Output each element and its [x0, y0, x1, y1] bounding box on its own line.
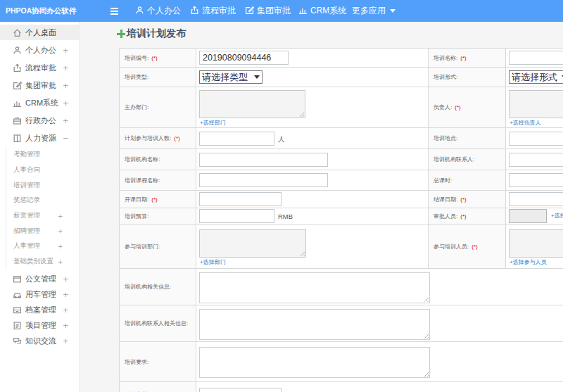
form-row-training-type: 培训类型:请选择类型培训形式:请选择形式 — [120, 68, 563, 87]
chart-icon — [13, 99, 22, 108]
host-department-box[interactable] — [199, 90, 305, 118]
field-label: 培训编号: — [125, 55, 148, 61]
required-marker: (*) — [174, 135, 179, 141]
expand-toggle[interactable]: + — [58, 211, 63, 221]
required-marker: (*) — [151, 196, 157, 203]
expand-toggle[interactable]: − — [63, 133, 68, 144]
form-row-org-info: 培训机构相关信息: — [120, 269, 563, 305]
sidebar-item-knowledge-exchange[interactable]: 知识交流+ — [0, 334, 79, 349]
nav-more-apps[interactable]: 更多应用 — [352, 0, 396, 22]
menu-toggle-icon[interactable] — [110, 8, 118, 16]
field-label: 培训机构联系人: — [434, 156, 474, 163]
sidebar-item-crm-system[interactable]: CRM系统+ — [0, 94, 79, 112]
select-department-link-2[interactable]: +选择部门 — [200, 259, 428, 265]
required-marker: (*) — [472, 244, 477, 250]
approver-box[interactable] — [509, 209, 547, 223]
field-label: 总课时: — [434, 177, 452, 184]
expand-toggle[interactable]: + — [58, 226, 63, 236]
training-type-select[interactable]: 请选择类型 — [199, 70, 262, 84]
sidebar-item-vehicle-mgmt[interactable]: 用车管理+ — [0, 287, 79, 303]
nav-group-approval[interactable]: 集团审批 — [245, 0, 291, 22]
required-marker: (*) — [460, 213, 466, 220]
start-date-input[interactable] — [199, 192, 282, 206]
training-form-select[interactable]: 请选择形式 — [509, 70, 563, 84]
required-marker: (*) — [151, 55, 157, 61]
sidebar-item-human-resources[interactable]: 人力资源− — [0, 129, 79, 147]
sidebar-item-project-mgmt[interactable]: 项目管理+ — [0, 318, 79, 334]
org-info-textarea[interactable] — [199, 272, 430, 303]
org-contact-input[interactable] — [509, 153, 563, 167]
expand-toggle[interactable]: + — [63, 305, 68, 316]
leader-box[interactable] — [509, 90, 563, 118]
nav-workflow-approval[interactable]: 流程审批 — [190, 0, 236, 22]
field-suffix: 人 — [278, 135, 285, 143]
training-no-input[interactable] — [199, 51, 289, 65]
participating-people-box[interactable] — [509, 229, 563, 258]
expand-toggle[interactable]: + — [63, 45, 68, 56]
sidebar-item-admin-office[interactable]: 行政办公+ — [0, 112, 79, 129]
sidebar-subitem-training-mgmt[interactable]: 培训管理 — [6, 177, 79, 193]
org-name-input[interactable] — [199, 153, 328, 167]
field-label: 培训形式: — [434, 74, 457, 80]
field-label: 培训地点: — [434, 135, 457, 141]
form-row-planned-participants: 计划参与培训人数:(*)人培训地点: — [120, 128, 563, 149]
expand-toggle[interactable]: + — [63, 63, 68, 74]
sidebar-subitem-hr-contract[interactable]: 人事合同 — [6, 163, 79, 178]
training-requirements-textarea[interactable] — [199, 347, 430, 378]
expand-toggle[interactable]: + — [63, 336, 68, 347]
participant-count-input[interactable] — [199, 132, 274, 146]
participating-departments-box[interactable] — [199, 229, 306, 258]
sidebar-subitem-reward-punish[interactable]: 奖惩记录 — [6, 193, 79, 208]
sidebar-item-group-approval[interactable]: 集团审批+ — [0, 77, 79, 94]
caret-down-icon — [390, 9, 396, 13]
chart-icon — [298, 6, 308, 15]
attachment-input[interactable] — [199, 388, 282, 392]
nav-crm-system[interactable]: CRM系统 — [298, 0, 346, 22]
sidebar-item-personal-office[interactable]: 个人办公+ — [0, 42, 79, 59]
total-hours-input[interactable] — [509, 173, 563, 187]
sidebar-item-workflow-approval[interactable]: 流程审批+ — [0, 59, 79, 77]
select-leader-link[interactable]: +选择负责人 — [510, 120, 563, 126]
sidebar-item-personal-desktop[interactable]: 个人桌面 — [0, 24, 79, 42]
required-marker: (*) — [455, 104, 460, 110]
required-marker: (*) — [460, 196, 466, 203]
expand-toggle[interactable]: + — [63, 289, 68, 301]
training-name-input[interactable] — [509, 51, 563, 65]
sidebar-subitem-recruit-mgmt[interactable]: 招聘管理+ — [6, 223, 79, 239]
expand-toggle[interactable]: + — [63, 80, 68, 91]
training-place-input[interactable] — [509, 132, 563, 146]
field-label: 参与培训人员: — [434, 244, 469, 250]
select-department-link[interactable]: +选择部门 — [200, 120, 428, 126]
course-name-input[interactable] — [199, 173, 328, 187]
docs-icon — [13, 274, 22, 284]
sidebar-item-label: 个人办公 — [25, 45, 56, 56]
sidebar-item-document-mgmt[interactable]: 公文管理+ — [0, 272, 79, 287]
project-icon — [13, 321, 22, 330]
nav-personal-office[interactable]: 个人办公 — [135, 0, 181, 22]
expand-toggle[interactable]: + — [58, 257, 63, 267]
field-label: 审批人员: — [434, 213, 457, 220]
org-contact-info-textarea[interactable] — [199, 309, 430, 340]
end-date-input[interactable] — [509, 192, 563, 206]
nav-label: 个人办公 — [147, 6, 181, 15]
sidebar-subitem-label: 奖惩记录 — [13, 196, 40, 205]
page-title: 培训计划发布 — [117, 27, 186, 41]
sidebar-subitem-attendance-mgmt[interactable]: 考勤管理 — [6, 147, 79, 163]
expand-toggle[interactable]: + — [63, 98, 68, 109]
sidebar-subitem-label: 人事管理 — [13, 241, 40, 251]
sidebar-subitem-personnel-mgmt[interactable]: 人事管理+ — [6, 239, 79, 254]
expand-toggle[interactable]: + — [63, 274, 68, 285]
sidebar-subitem-salary-mgmt[interactable]: 薪资管理+ — [6, 208, 79, 224]
expand-toggle[interactable]: + — [58, 241, 63, 251]
select-approver-link[interactable]: +选择审批人员 — [551, 213, 563, 219]
sidebar-item-archive-mgmt[interactable]: 档案管理+ — [0, 303, 79, 318]
expand-toggle[interactable]: + — [63, 320, 68, 331]
field-label: 主办部门: — [125, 104, 148, 110]
expand-toggle[interactable]: + — [63, 115, 68, 127]
sidebar-item-label: 人力资源 — [25, 133, 56, 144]
budget-input[interactable] — [199, 209, 274, 223]
chat-icon — [13, 336, 22, 346]
select-participants-link[interactable]: +选择参与人员 — [510, 259, 563, 265]
sidebar-item-label: 流程审批 — [25, 63, 56, 73]
sidebar-subitem-base-category[interactable]: 基础类别设置+ — [6, 254, 79, 270]
